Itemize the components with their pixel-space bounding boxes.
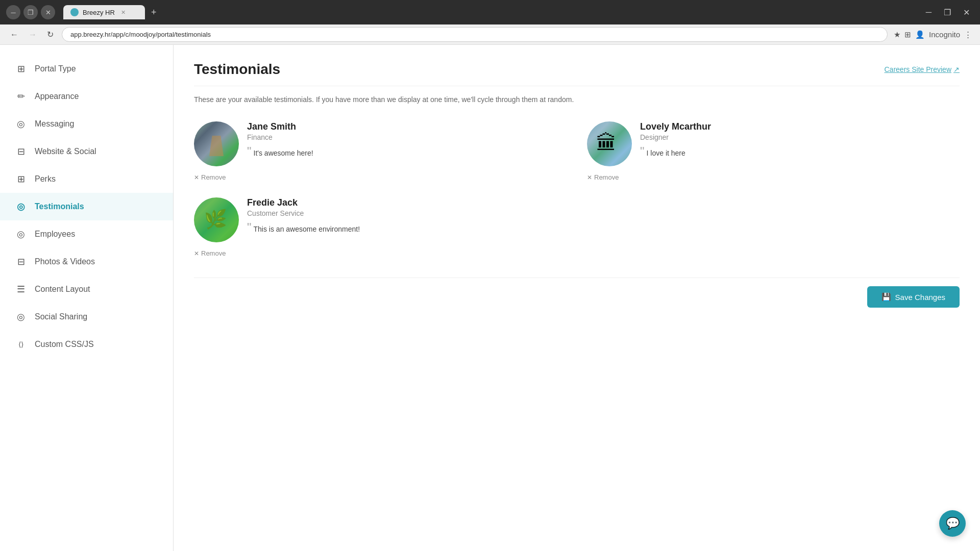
remove-x-icon-lovely: ✕	[587, 174, 592, 181]
active-tab[interactable]: Breezy HR ✕	[63, 5, 145, 19]
testimonial-name-fredie: Fredie Jack	[247, 197, 567, 208]
forward-button[interactable]: →	[27, 28, 39, 41]
careers-site-preview-link[interactable]: Careers Site Preview ↗	[885, 65, 960, 73]
new-tab-button[interactable]: +	[147, 5, 161, 20]
profile-icon[interactable]: 👤	[915, 30, 925, 39]
sidebar-item-testimonials[interactable]: ◎ Testimonials	[0, 193, 173, 220]
social-sharing-icon: ◎	[14, 310, 28, 323]
app-layout: ⊞ Portal Type ✏ Appearance ◎ Messaging ⊟…	[0, 45, 980, 551]
bookmark-icon[interactable]: ★	[894, 30, 900, 39]
minimize-button[interactable]: ─	[6, 5, 20, 19]
testimonial-name-jane: Jane Smith	[247, 121, 567, 132]
testimonial-info-fredie: Fredie Jack Customer Service "This is an…	[247, 197, 567, 235]
avatar-jane	[194, 121, 239, 166]
testimonial-dept-fredie: Customer Service	[247, 209, 567, 217]
remove-fredie-label: Remove	[201, 249, 226, 257]
sidebar: ⊞ Portal Type ✏ Appearance ◎ Messaging ⊟…	[0, 45, 174, 551]
website-social-icon: ⊟	[14, 145, 28, 158]
testimonial-header-jane: Jane Smith Finance "It's awesome here!	[194, 121, 567, 166]
save-icon: 💾	[881, 292, 891, 302]
sidebar-item-perks[interactable]: ⊞ Perks	[0, 165, 173, 193]
tab-label: Breezy HR	[83, 9, 115, 16]
messaging-icon: ◎	[14, 117, 28, 131]
window-controls: ─ ❐ ✕	[922, 7, 974, 18]
extensions-icon[interactable]: ⊞	[904, 30, 911, 39]
sidebar-item-content-layout[interactable]: ☰ Content Layout	[0, 276, 173, 303]
sidebar-item-messaging[interactable]: ◎ Messaging	[0, 110, 173, 138]
sidebar-label-portal-type: Portal Type	[35, 64, 76, 73]
remove-x-icon-fredie: ✕	[194, 250, 199, 257]
custom-css-icon: ⟨⟩	[14, 338, 28, 351]
careers-preview-label: Careers Site Preview	[885, 65, 952, 73]
remove-lovely-button[interactable]: ✕ Remove	[587, 173, 960, 181]
tab-bar: Breezy HR ✕ +	[63, 5, 918, 20]
sidebar-item-social-sharing[interactable]: ◎ Social Sharing	[0, 303, 173, 331]
testimonials-grid: Jane Smith Finance "It's awesome here! ✕…	[194, 121, 960, 257]
page-header: Testimonials Careers Site Preview ↗	[194, 61, 960, 78]
menu-icon[interactable]: ⋮	[964, 30, 972, 39]
testimonial-dept-jane: Finance	[247, 133, 567, 141]
quote-mark-fredie: "	[247, 220, 252, 234]
save-changes-button[interactable]: 💾 Save Changes	[867, 286, 960, 308]
sidebar-item-photos-videos[interactable]: ⊟ Photos & Videos	[0, 248, 173, 276]
sidebar-label-messaging: Messaging	[35, 119, 74, 129]
testimonial-card-jane: Jane Smith Finance "It's awesome here! ✕…	[194, 121, 567, 181]
avatar-fredie	[194, 197, 239, 242]
sidebar-label-custom-css: Custom CSS/JS	[35, 340, 94, 349]
main-content: Testimonials Careers Site Preview ↗ Thes…	[174, 45, 980, 551]
close-button[interactable]: ✕	[41, 5, 55, 19]
reload-button[interactable]: ↻	[45, 28, 56, 41]
page-title: Testimonials	[194, 61, 280, 78]
sidebar-label-photos-videos: Photos & Videos	[35, 257, 95, 266]
sidebar-item-custom-css[interactable]: ⟨⟩ Custom CSS/JS	[0, 331, 173, 358]
employees-icon: ◎	[14, 228, 28, 241]
url-text: app.breezy.hr/app/c/moodjoy/portal/testi…	[70, 31, 211, 38]
photos-videos-icon: ⊟	[14, 255, 28, 268]
browser-chrome: ─ ❐ ✕ Breezy HR ✕ + ─ ❐ ✕	[0, 0, 980, 24]
sidebar-label-appearance: Appearance	[35, 92, 79, 101]
perks-icon: ⊞	[14, 172, 28, 186]
tab-close-icon[interactable]: ✕	[121, 9, 126, 16]
testimonial-header-lovely: Lovely Mcarthur Designer "I love it here	[587, 121, 960, 166]
description-text: These are your available testimonials. I…	[194, 86, 960, 105]
portal-type-icon: ⊞	[14, 62, 28, 76]
testimonial-quote-lovely: "I love it here	[640, 146, 960, 159]
appearance-icon: ✏	[14, 90, 28, 103]
sidebar-label-employees: Employees	[35, 230, 75, 239]
testimonials-icon: ◎	[14, 200, 28, 213]
remove-lovely-label: Remove	[594, 173, 619, 181]
testimonial-quote-jane: "It's awesome here!	[247, 146, 567, 159]
testimonial-card-lovely: Lovely Mcarthur Designer "I love it here…	[587, 121, 960, 181]
sidebar-item-portal-type[interactable]: ⊞ Portal Type	[0, 55, 173, 83]
browser-controls: ─ ❐ ✕	[6, 5, 55, 19]
remove-fredie-button[interactable]: ✕ Remove	[194, 249, 567, 257]
save-label: Save Changes	[895, 293, 945, 302]
address-bar: ← → ↻ app.breezy.hr/app/c/moodjoy/portal…	[0, 24, 980, 45]
avatar-lovely	[587, 121, 632, 166]
win-minimize-button[interactable]: ─	[922, 7, 936, 18]
sidebar-label-content-layout: Content Layout	[35, 285, 90, 294]
quote-mark-lovely: "	[640, 144, 645, 158]
url-bar[interactable]: app.breezy.hr/app/c/moodjoy/portal/testi…	[62, 27, 888, 42]
sidebar-item-appearance[interactable]: ✏ Appearance	[0, 83, 173, 110]
sidebar-label-perks: Perks	[35, 174, 56, 184]
sidebar-label-social-sharing: Social Sharing	[35, 312, 87, 321]
tab-favicon	[70, 8, 79, 16]
win-maximize-button[interactable]: ❐	[940, 7, 955, 18]
address-bar-icons: ★ ⊞ 👤 Incognito ⋮	[894, 30, 972, 39]
sidebar-label-website-social: Website & Social	[35, 147, 96, 156]
remove-jane-button[interactable]: ✕ Remove	[194, 173, 567, 181]
back-button[interactable]: ←	[8, 28, 20, 41]
quote-mark: "	[247, 144, 252, 158]
maximize-button[interactable]: ❐	[23, 5, 38, 19]
content-layout-icon: ☰	[14, 283, 28, 296]
chat-button[interactable]: 💬	[939, 510, 966, 537]
incognito-label: Incognito	[929, 30, 960, 39]
testimonial-header-fredie: Fredie Jack Customer Service "This is an…	[194, 197, 567, 242]
testimonial-name-lovely: Lovely Mcarthur	[640, 121, 960, 132]
testimonial-info-jane: Jane Smith Finance "It's awesome here!	[247, 121, 567, 159]
sidebar-item-website-social[interactable]: ⊟ Website & Social	[0, 138, 173, 165]
sidebar-item-employees[interactable]: ◎ Employees	[0, 220, 173, 248]
testimonial-info-lovely: Lovely Mcarthur Designer "I love it here	[640, 121, 960, 159]
win-close-button[interactable]: ✕	[959, 7, 974, 18]
